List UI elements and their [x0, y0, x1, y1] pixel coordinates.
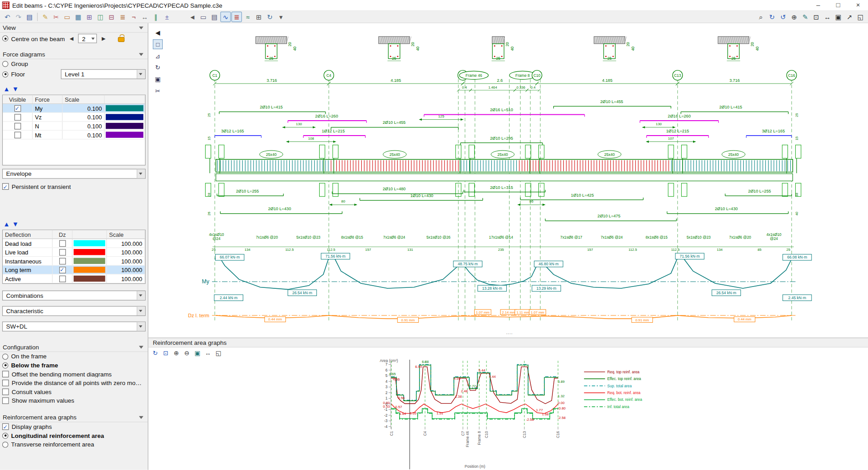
deflection-scale[interactable]: 100.000 — [107, 248, 145, 256]
section-reinf-header[interactable]: Reinforcement area graphs — [0, 413, 148, 422]
force-scale[interactable]: 0.100 — [62, 122, 104, 130]
option-label[interactable]: Display graphs — [12, 423, 52, 430]
force-color-swatch[interactable] — [106, 123, 143, 129]
deflection-table-row[interactable]: Instantaneous100.000 — [3, 257, 145, 266]
dz-checkbox[interactable] — [59, 275, 66, 282]
reinforcement-view-icon[interactable]: ≣ — [231, 12, 242, 22]
refresh-view-icon[interactable]: ↻ — [264, 12, 275, 22]
redraw-icon[interactable]: ↻ — [767, 12, 777, 22]
floor-radio[interactable] — [2, 71, 8, 77]
group-label[interactable]: Group — [11, 60, 28, 67]
search-icon[interactable]: ⌕ — [755, 12, 766, 22]
zoom-window-icon[interactable]: ⊡ — [161, 348, 170, 358]
reinforcement-panel-title[interactable]: Reinforcement area graphs — [148, 338, 868, 348]
zoom-out-icon[interactable]: ⊖ — [182, 348, 192, 358]
sections-view-icon[interactable]: ▤ — [209, 12, 220, 22]
deflection-view-icon[interactable]: ≈ — [242, 12, 253, 22]
transverse-reinforcement-radio[interactable]: Transverse reinforcement area — [0, 440, 148, 449]
pointer-icon[interactable]: ◄ — [187, 12, 198, 22]
copy-icon[interactable]: ⊞ — [84, 12, 94, 22]
deflection-table-row[interactable]: Long term100.000 — [3, 266, 145, 275]
beam-number-spinner[interactable]: 2 — [78, 34, 97, 43]
beam-detail-icon[interactable]: ▭ — [62, 12, 72, 22]
anchorage-icon[interactable]: ¬ — [128, 12, 139, 22]
force-color-swatch[interactable] — [106, 114, 143, 120]
consult-values-checkbox[interactable]: Consult values — [0, 387, 148, 396]
move-down-icon[interactable]: ▼ — [12, 221, 19, 228]
repaint-icon[interactable]: ✎ — [800, 12, 810, 22]
options-icon[interactable]: ▾ — [276, 12, 286, 22]
radio-control[interactable] — [2, 362, 8, 368]
radio-control[interactable] — [2, 442, 8, 447]
force-table-row[interactable]: Vz0.100 — [3, 113, 145, 122]
move-up-icon[interactable]: ▲ — [3, 221, 10, 228]
below-the-frame-radio[interactable]: Below the frame — [0, 361, 148, 370]
option-label[interactable]: Offset the bending moment diagrams — [12, 371, 112, 377]
force-scale[interactable]: 0.100 — [62, 131, 104, 139]
zero-moment-distance-checkbox[interactable]: Provide the distance of all points with … — [0, 379, 148, 388]
deflection-color-swatch[interactable] — [74, 258, 105, 264]
merge-icon[interactable]: ⊟ — [106, 12, 117, 22]
centre-on-beam-label[interactable]: Centre on the beam — [11, 35, 65, 42]
redraw-icon[interactable]: ↻ — [151, 348, 160, 358]
deflection-color-swatch[interactable] — [74, 276, 105, 282]
force-table-row[interactable]: My0.100 — [3, 104, 145, 113]
floor-select[interactable]: Level 1 — [61, 69, 146, 79]
cut-icon[interactable]: ✂ — [153, 86, 163, 96]
radio-control[interactable] — [2, 432, 8, 438]
zoom-previous-icon[interactable]: ↺ — [778, 12, 788, 22]
move-up-icon[interactable]: ▲ — [3, 86, 10, 93]
section-view-header[interactable]: View — [0, 23, 148, 33]
check-icon[interactable]: ± — [162, 12, 172, 22]
delete-icon[interactable]: ✂ — [51, 12, 61, 22]
force-table[interactable]: VisibleForceScaleMy0.100Vz0.100N0.100Mt0… — [2, 94, 146, 165]
print-icon[interactable]: ▣ — [833, 12, 844, 22]
redo-icon[interactable]: ↷ — [13, 12, 24, 22]
measure-icon[interactable]: ⊿ — [153, 51, 163, 61]
offset-moment-checkbox[interactable]: Offset the bending moment diagrams — [0, 370, 148, 379]
visible-checkbox[interactable] — [14, 114, 21, 121]
option-label[interactable]: On the frame — [11, 353, 47, 360]
deflection-color-swatch[interactable] — [74, 267, 105, 273]
force-table-row[interactable]: N0.100 — [3, 122, 145, 131]
assign-rebar-icon[interactable]: ✎ — [40, 12, 50, 22]
dz-checkbox[interactable] — [59, 267, 66, 273]
persistent-checkbox[interactable] — [2, 183, 9, 190]
move-down-icon[interactable]: ▼ — [12, 86, 19, 93]
dz-checkbox[interactable] — [59, 258, 66, 264]
next-beam-button[interactable]: ▶ — [100, 35, 108, 42]
reinforcement-chart[interactable]: -4-3-2-101234567Area (cm²)Position (m)C1… — [148, 358, 868, 470]
zoom-in-icon[interactable]: ⊕ — [789, 12, 799, 22]
deflection-color-swatch[interactable] — [74, 240, 105, 246]
deflection-table-row[interactable]: Live load100.000 — [3, 248, 145, 257]
radio-control[interactable] — [2, 353, 8, 359]
display-graphs-checkbox[interactable]: Display graphs — [0, 422, 148, 431]
beam-drawing[interactable]: 252040252040252040252040252040C1C4C7Fram… — [148, 23, 868, 338]
option-label[interactable]: Consult values — [12, 389, 52, 395]
previous-beam-button[interactable]: ◀ — [68, 35, 75, 42]
deflection-scale[interactable]: 100.000 — [107, 239, 145, 247]
section-configuration-header[interactable]: Configuration — [0, 343, 148, 352]
swdl-select[interactable]: SW+DL — [2, 321, 146, 331]
zoom-in-icon[interactable]: ⊕ — [172, 348, 181, 358]
export-icon[interactable]: ↗ — [844, 12, 854, 22]
checkbox-control[interactable] — [2, 423, 9, 430]
full-extent-icon[interactable]: ▣ — [193, 348, 202, 358]
checkbox-control[interactable] — [2, 389, 9, 395]
deflection-scale[interactable]: 100.000 — [107, 266, 145, 274]
force-scale[interactable]: 0.100 — [62, 104, 104, 112]
close-button[interactable]: × — [848, 0, 868, 11]
force-scale[interactable]: 0.100 — [62, 113, 104, 121]
combinations-select[interactable]: Combinations — [2, 291, 146, 301]
lock-icon[interactable] — [118, 37, 125, 42]
force-color-swatch[interactable] — [106, 105, 143, 111]
save-icon[interactable]: ▤ — [24, 12, 35, 22]
checkbox-control[interactable] — [2, 380, 9, 386]
pan-icon[interactable]: ↔ — [822, 12, 832, 22]
values-view-icon[interactable]: ⊞ — [254, 12, 264, 22]
dz-checkbox[interactable] — [59, 240, 66, 247]
orbit-icon[interactable]: ↻ — [153, 62, 163, 72]
deflection-table-row[interactable]: Active100.000 — [3, 274, 145, 283]
minimize-button[interactable]: – — [808, 0, 828, 11]
floor-label[interactable]: Floor — [11, 71, 25, 78]
